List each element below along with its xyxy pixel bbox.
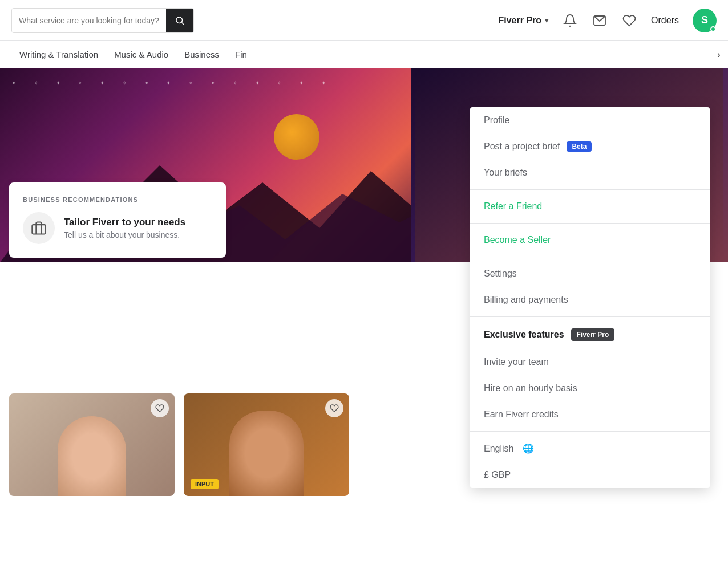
- main-content: uals BUSINESS RECOMMENDATIONS: [0, 68, 728, 577]
- dropdown-refer-friend[interactable]: Refer a Friend: [470, 193, 710, 220]
- orders-link[interactable]: Orders: [651, 15, 679, 26]
- search-button[interactable]: [166, 9, 193, 32]
- dropdown-settings[interactable]: Settings: [470, 261, 710, 287]
- svg-line-1: [181, 22, 184, 25]
- dropdown-your-briefs[interactable]: Your briefs: [470, 160, 710, 186]
- avatar-online-dot: [710, 26, 716, 32]
- search-bar[interactable]: [11, 8, 194, 33]
- dropdown-hire-hourly[interactable]: Hire on an hourly basis: [470, 375, 710, 401]
- header-left: [11, 8, 499, 33]
- header: Fiverr Pro ▾ Orders S: [0, 0, 728, 41]
- beta-badge: Beta: [567, 141, 592, 152]
- header-nav: Fiverr Pro ▾ Orders S: [499, 9, 717, 32]
- heart-icon: [622, 14, 636, 27]
- notifications-button[interactable]: [562, 13, 578, 29]
- dropdown-earn-credits[interactable]: Earn Fiverr credits: [470, 401, 710, 428]
- chevron-down-icon: ▾: [545, 17, 548, 25]
- divider-1: [470, 189, 710, 190]
- avatar[interactable]: S: [693, 9, 717, 32]
- dropdown-invite-team[interactable]: Invite your team: [470, 349, 710, 375]
- nav-item-business[interactable]: Business: [176, 41, 227, 68]
- nav-bar: Writing & Translation Music & Audio Busi…: [0, 41, 728, 68]
- mail-icon: [593, 14, 606, 27]
- fiverr-pro-button[interactable]: Fiverr Pro ▾: [499, 15, 549, 26]
- svg-point-0: [176, 17, 183, 23]
- nav-item-finance[interactable]: Fin: [227, 41, 255, 68]
- dropdown-exclusive-features[interactable]: Exclusive features Fiverr Pro: [470, 320, 710, 349]
- nav-item-writing[interactable]: Writing & Translation: [11, 41, 106, 68]
- dropdown-overlay: Profile Post a project brief Beta Your b…: [0, 68, 728, 577]
- search-input[interactable]: [12, 9, 166, 32]
- bell-icon: [563, 14, 577, 27]
- dropdown-post-brief[interactable]: Post a project brief Beta: [470, 133, 710, 160]
- search-icon: [175, 15, 185, 26]
- nav-scroll-right[interactable]: ›: [710, 41, 728, 68]
- dropdown-currency[interactable]: £ GBP: [470, 462, 710, 488]
- user-dropdown-menu: Profile Post a project brief Beta Your b…: [470, 107, 710, 488]
- dropdown-become-seller[interactable]: Become a Seller: [470, 227, 710, 253]
- dropdown-billing[interactable]: Billing and payments: [470, 287, 710, 313]
- globe-icon: 🌐: [523, 443, 534, 454]
- divider-3: [470, 257, 710, 257]
- divider-5: [470, 431, 710, 432]
- avatar-initial: S: [701, 14, 708, 26]
- divider-4: [470, 316, 710, 317]
- dropdown-profile[interactable]: Profile: [470, 107, 710, 133]
- dropdown-arrow: [686, 107, 699, 108]
- divider-2: [470, 223, 710, 224]
- nav-item-music[interactable]: Music & Audio: [106, 41, 176, 68]
- wishlist-button[interactable]: [621, 13, 637, 29]
- dropdown-language[interactable]: English 🌐: [470, 435, 710, 462]
- fiverr-pro-label: Fiverr Pro: [499, 15, 542, 26]
- fiverr-pro-badge: Fiverr Pro: [571, 328, 615, 341]
- messages-button[interactable]: [592, 13, 608, 29]
- chevron-right-icon: ›: [717, 50, 720, 60]
